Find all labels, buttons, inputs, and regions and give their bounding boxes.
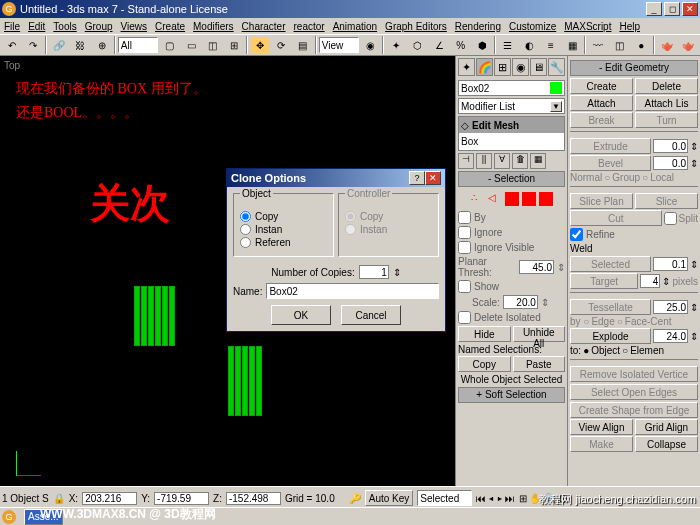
window-crossing-icon[interactable]: ⊞ [225,36,245,54]
motion-tab-icon[interactable]: ◉ [512,58,529,76]
bevel-input[interactable] [653,156,688,170]
split-checkbox[interactable] [664,212,677,225]
selection-rollout[interactable]: - Selection [458,171,565,187]
menu-views[interactable]: Views [121,21,148,32]
select-icon[interactable]: ▢ [160,36,180,54]
bind-icon[interactable]: ⊕ [92,36,112,54]
tess-input[interactable] [653,300,688,314]
configure-icon[interactable]: ▦ [530,153,546,169]
weld-target-button[interactable]: Target [570,273,638,289]
weld-sel-input[interactable] [653,257,688,271]
material-icon[interactable]: ● [632,36,652,54]
undo-icon[interactable]: ↶ [2,36,22,54]
view-align-button[interactable]: View Align [570,419,633,435]
delete-isolated-checkbox[interactable] [458,311,471,324]
percent-snap-icon[interactable]: % [451,36,471,54]
face-icon[interactable] [505,192,519,206]
refine-checkbox[interactable] [570,228,583,241]
remove-mod-icon[interactable]: 🗑 [512,153,528,169]
schematic-icon[interactable]: ◫ [610,36,630,54]
auto-key-button[interactable]: Auto Key [365,490,414,506]
stack-item-editmesh[interactable]: ◇ Edit Mesh [459,117,564,133]
align-icon[interactable]: ≡ [541,36,561,54]
collapse-button[interactable]: Collapse [635,436,698,452]
edit-geometry-rollout[interactable]: - Edit Geometry [570,60,698,76]
menu-character[interactable]: Character [242,21,286,32]
num-copies-input[interactable] [359,265,389,279]
z-coord-input[interactable] [226,492,281,505]
clone-copy-radio[interactable] [240,211,251,222]
utilities-tab-icon[interactable]: 🔧 [548,58,565,76]
selection-filter-dropdown[interactable] [118,37,158,53]
snap-icon[interactable]: ⬡ [408,36,428,54]
remove-isolated-button[interactable]: Remove Isolated Vertice [570,366,698,382]
scale-input[interactable] [503,295,538,309]
angle-snap-icon[interactable]: ∠ [429,36,449,54]
by-vertex-checkbox[interactable] [458,211,471,224]
object-color-swatch[interactable] [550,82,562,94]
spinner-snap-icon[interactable]: ⬢ [473,36,493,54]
edge-icon[interactable]: ◁ [488,192,502,206]
scale-icon[interactable]: ▤ [293,36,313,54]
minimize-button[interactable]: _ [646,2,662,16]
redo-icon[interactable]: ↷ [24,36,44,54]
bevel-button[interactable]: Bevel [570,155,651,171]
unhide-all-button[interactable]: Unhide All [513,326,566,342]
start-icon[interactable]: G [2,510,16,524]
cut-button[interactable]: Cut [570,210,662,226]
clone-instance-radio[interactable] [240,224,251,235]
weld-selected-button[interactable]: Selected [570,256,651,272]
menu-group[interactable]: Group [85,21,113,32]
explode-input[interactable] [653,329,688,343]
curve-editor-icon[interactable]: 〰 [588,36,608,54]
paste-sel-button[interactable]: Paste [513,356,566,372]
menu-rendering[interactable]: Rendering [455,21,501,32]
grid-align-button[interactable]: Grid Align [635,419,698,435]
ref-coord-dropdown[interactable] [319,37,359,53]
element-icon[interactable] [539,192,553,206]
modifier-stack[interactable]: ◇ Edit Mesh Box [458,116,565,151]
menu-create[interactable]: Create [155,21,185,32]
extrude-button[interactable]: Extrude [570,138,651,154]
slice-plane-button[interactable]: Slice Plan [570,193,633,209]
menu-help[interactable]: Help [619,21,640,32]
render-icon[interactable]: 🫖 [679,36,699,54]
slice-button[interactable]: Slice [635,193,698,209]
menu-maxscript[interactable]: MAXScript [564,21,611,32]
rotate-icon[interactable]: ⟳ [272,36,292,54]
x-coord-input[interactable] [82,492,137,505]
explode-button[interactable]: Explode [570,328,651,344]
pivot-icon[interactable]: ◉ [361,36,381,54]
stack-item-box[interactable]: Box [459,133,564,149]
modifier-list-dropdown[interactable]: Modifier List ▼ [458,98,565,114]
create-tab-icon[interactable]: ✦ [458,58,475,76]
object-name-field[interactable]: Box02 [458,80,565,96]
menu-reactor[interactable]: reactor [294,21,325,32]
unlink-icon[interactable]: ⛓ [71,36,91,54]
show-checkbox[interactable] [458,280,471,293]
link-icon[interactable]: 🔗 [49,36,69,54]
menu-animation[interactable]: Animation [333,21,377,32]
ok-button[interactable]: OK [271,305,331,325]
modify-tab-icon[interactable]: 🌈 [476,58,493,76]
attach-button[interactable]: Attach [570,95,633,111]
vertex-icon[interactable]: ∴ [471,192,485,206]
select-open-edges-button[interactable]: Select Open Edges [570,384,698,400]
polygon-icon[interactable] [522,192,536,206]
y-coord-input[interactable] [154,492,209,505]
move-icon[interactable]: ✥ [250,36,270,54]
create-shape-button[interactable]: Create Shape from Edge [570,402,698,418]
pin-stack-icon[interactable]: ⊣ [458,153,474,169]
close-button[interactable]: ✕ [682,2,698,16]
weld-tgt-input[interactable] [640,274,660,288]
planar-thresh-input[interactable] [519,260,554,274]
attach-list-button[interactable]: Attach Lis [635,95,698,111]
make-button[interactable]: Make [570,436,633,452]
menu-modifiers[interactable]: Modifiers [193,21,234,32]
select-name-icon[interactable]: ▭ [181,36,201,54]
render-scene-icon[interactable]: 🫖 [657,36,677,54]
menu-edit[interactable]: Edit [28,21,45,32]
select-region-icon[interactable]: ◫ [203,36,223,54]
clone-reference-radio[interactable] [240,237,251,248]
clone-name-input[interactable] [266,283,439,299]
